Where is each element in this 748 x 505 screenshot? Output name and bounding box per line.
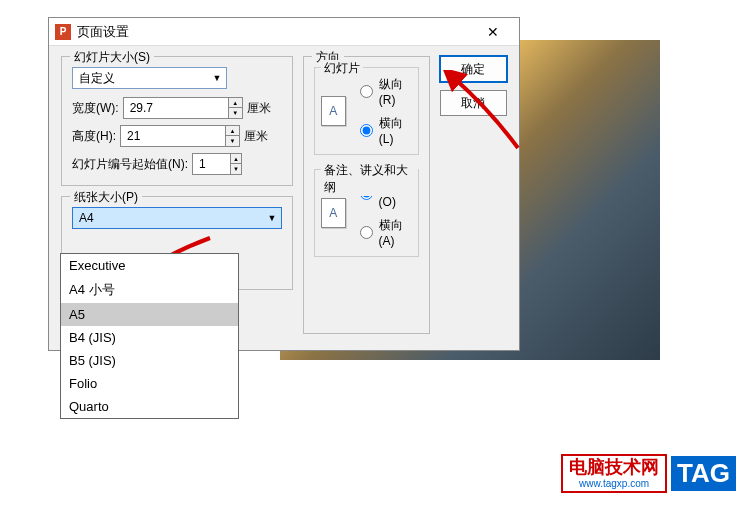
startnum-label: 幻灯片编号起始值(N):: [72, 156, 188, 173]
spin-down-icon[interactable]: ▼: [231, 164, 241, 174]
paper-size-dropdown[interactable]: Executive A4 小号 A5 B4 (JIS) B5 (JIS) Fol…: [60, 253, 239, 419]
close-button[interactable]: ✕: [473, 19, 513, 45]
notes-subgroup-label: 备注、讲义和大纲: [321, 162, 418, 196]
dropdown-item[interactable]: Quarto: [61, 395, 238, 418]
dropdown-item[interactable]: Executive: [61, 254, 238, 277]
radio-portrait-r[interactable]: 纵向(R): [360, 76, 412, 107]
startnum-spinner[interactable]: ▲▼: [192, 153, 242, 175]
slide-size-value: 自定义: [73, 68, 208, 88]
watermark-tag: TAG: [671, 456, 736, 491]
height-spinner[interactable]: ▲▼: [120, 125, 240, 147]
height-unit: 厘米: [244, 128, 268, 145]
chevron-down-icon: ▼: [263, 213, 281, 223]
ok-button[interactable]: 确定: [440, 56, 507, 82]
slide-size-label: 幻灯片大小(S): [70, 49, 154, 66]
dropdown-item[interactable]: B5 (JIS): [61, 349, 238, 372]
paper-size-label: 纸张大小(P): [70, 189, 142, 206]
slide-size-combo[interactable]: 自定义 ▼: [72, 67, 227, 89]
paper-size-value: A4: [73, 208, 263, 228]
cancel-button[interactable]: 取消: [440, 90, 507, 116]
startnum-input[interactable]: [193, 157, 230, 171]
orientation-icon: A: [321, 96, 346, 126]
watermark: 电脑技术网 www.tagxp.com TAG: [561, 454, 736, 493]
notes-orientation-subgroup: 备注、讲义和大纲 A 纵向(O) 横向(A): [314, 169, 419, 257]
dropdown-item[interactable]: A4 小号: [61, 277, 238, 303]
spin-up-icon[interactable]: ▲: [231, 154, 241, 164]
width-label: 宽度(W):: [72, 100, 119, 117]
dropdown-item[interactable]: B4 (JIS): [61, 326, 238, 349]
slide-size-group: 幻灯片大小(S) 自定义 ▼ 宽度(W): ▲▼ 厘米 高度(H):: [61, 56, 293, 186]
watermark-logo: 电脑技术网 www.tagxp.com: [561, 454, 667, 493]
width-spinner[interactable]: ▲▼: [123, 97, 243, 119]
dropdown-item[interactable]: A5: [61, 303, 238, 326]
spin-up-icon[interactable]: ▲: [229, 98, 242, 108]
app-icon: P: [55, 24, 71, 40]
height-label: 高度(H):: [72, 128, 116, 145]
dropdown-item[interactable]: Folio: [61, 372, 238, 395]
radio-landscape-a[interactable]: 横向(A): [360, 217, 412, 248]
titlebar: P 页面设置 ✕: [49, 18, 519, 46]
width-input[interactable]: [124, 101, 228, 115]
slide-subgroup-label: 幻灯片: [321, 60, 363, 77]
slide-orientation-subgroup: 幻灯片 A 纵向(R) 横向(L): [314, 67, 419, 155]
width-unit: 厘米: [247, 100, 271, 117]
chevron-down-icon: ▼: [208, 73, 226, 83]
spin-up-icon[interactable]: ▲: [226, 126, 239, 136]
dialog-title: 页面设置: [77, 23, 473, 41]
paper-size-combo[interactable]: A4 ▼: [72, 207, 282, 229]
radio-landscape-l[interactable]: 横向(L): [360, 115, 412, 146]
orientation-group: 方向 幻灯片 A 纵向(R) 横向(L) 备注、讲义和大纲 A: [303, 56, 430, 334]
spin-down-icon[interactable]: ▼: [226, 136, 239, 146]
spin-down-icon[interactable]: ▼: [229, 108, 242, 118]
orientation-icon: A: [321, 198, 346, 228]
height-input[interactable]: [121, 129, 225, 143]
